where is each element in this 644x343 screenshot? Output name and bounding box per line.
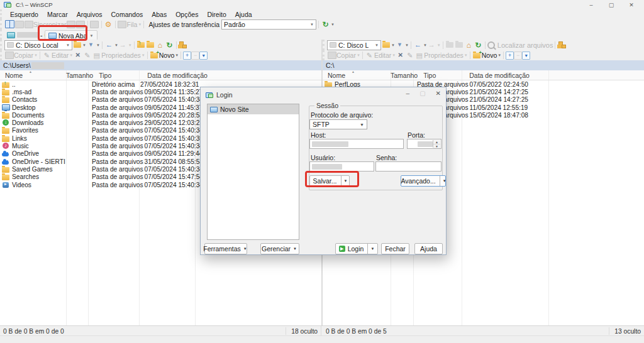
new-folder-icon[interactable] — [472, 51, 482, 60]
menu-abas[interactable]: Abas — [147, 11, 171, 18]
spin-up-icon[interactable]: ▲ — [433, 140, 440, 144]
menu-comandos[interactable]: Comandos — [106, 11, 147, 18]
site-list[interactable]: Novo Site — [207, 104, 299, 240]
chevron-down-icon: ▼ — [375, 43, 379, 47]
protocol-combo[interactable]: SFTP ▼ — [309, 119, 367, 129]
filter-icon[interactable]: ▼ — [395, 41, 404, 50]
minimize-icon[interactable]: – — [581, 0, 601, 9]
chevron-down-icon[interactable]: ▼ — [96, 43, 100, 47]
open-directory-icon[interactable] — [381, 41, 391, 50]
selection-filter-icon[interactable]: ▼ — [199, 52, 208, 60]
filter-icon[interactable]: ▼ — [86, 41, 96, 50]
left-drive-combo[interactable]: C: Disco Local ▼ — [4, 40, 72, 50]
file-icon — [2, 150, 10, 157]
chevron-down-icon[interactable]: ▼ — [341, 176, 350, 186]
menu-ajuda[interactable]: Ajuda — [231, 11, 257, 18]
host-input[interactable] — [309, 139, 404, 149]
refresh-icon[interactable]: ↻ — [165, 41, 174, 50]
chevron-down-icon[interactable]: ▼ — [175, 53, 179, 57]
help-label: Ajuda — [420, 245, 437, 253]
close-button[interactable]: Fechar — [381, 243, 409, 254]
chevron-down-icon[interactable]: ▼ — [367, 244, 377, 254]
close-icon[interactable]: ✕ — [621, 0, 641, 9]
column-header-tipo[interactable]: Tipo — [419, 72, 468, 79]
file-icon — [2, 104, 10, 111]
novo-button[interactable]: Novo — [482, 52, 497, 59]
session-tab-icon — [7, 32, 15, 38]
home-directory-icon[interactable]: ⌂ — [155, 41, 165, 50]
chevron-down-icon[interactable]: ▼ — [331, 23, 335, 26]
protocol-label: Protocolo de arquivo: — [311, 111, 373, 119]
chevron-down-icon[interactable]: ▼ — [440, 176, 449, 186]
delete-x-icon[interactable]: ✕ — [73, 51, 82, 60]
login-button[interactable]: ▶ Login ▼ — [335, 243, 378, 254]
column-header-data[interactable]: Data de modificação — [468, 72, 644, 79]
drive-icon — [330, 42, 336, 48]
spin-down-icon[interactable]: ▼ — [433, 144, 440, 148]
save-button[interactable]: Salvar... ▼ — [309, 175, 350, 187]
novo-button[interactable]: Novo — [159, 52, 175, 59]
preferences-gear-icon[interactable]: ⚙ — [104, 20, 113, 29]
dialog-close-icon[interactable]: ✕ — [436, 90, 441, 97]
manage-button[interactable]: Gerenciar ▼ — [260, 243, 299, 254]
menu-direito[interactable]: Direito — [203, 11, 230, 18]
menu-esquerdo[interactable]: Esquerdo — [6, 11, 43, 18]
delete-x-icon[interactable]: ✕ — [396, 51, 405, 60]
password-input[interactable] — [375, 161, 441, 172]
column-header-nome[interactable]: Nome — [0, 72, 66, 79]
transfer-settings-value: Padrão — [224, 21, 245, 28]
root-directory-icon[interactable] — [146, 41, 155, 50]
column-header-nome[interactable]: Nome — [323, 72, 391, 79]
right-path-bar[interactable]: C:\ — [323, 60, 644, 70]
file-date: 11/05/2024 12:55:19 — [469, 104, 644, 111]
left-path-bar[interactable]: C:\Users\ — [0, 60, 321, 70]
select-plus-icon[interactable]: + — [183, 52, 191, 60]
new-folder-icon[interactable] — [150, 51, 159, 60]
file-icon — [2, 166, 10, 173]
window-title: C:\ – WinSCP — [16, 1, 53, 8]
compare-icon — [14, 20, 24, 29]
chevron-down-icon[interactable]: ▼ — [497, 53, 501, 57]
download-icon — [76, 20, 86, 29]
file-icon — [2, 182, 10, 188]
transfer-settings-combo[interactable]: Padrão ▼ — [221, 19, 316, 30]
column-header-tipo[interactable]: Tipo — [95, 72, 146, 79]
menu-opcoes[interactable]: Opções — [171, 11, 203, 18]
back-icon[interactable]: ← — [104, 41, 114, 50]
winscp-app-icon — [4, 2, 11, 8]
file-date: 15/05/2024 18:47:08 — [469, 112, 644, 119]
file-name: .. — [12, 81, 16, 88]
menu-arquivos[interactable]: Arquivos — [72, 11, 107, 18]
file-type: Pasta de arquivos — [88, 150, 143, 157]
chevron-down-icon[interactable]: ▼ — [405, 43, 409, 47]
tree-view-icon[interactable] — [179, 41, 188, 50]
help-button[interactable]: Ajuda — [414, 243, 443, 254]
tree-view-icon[interactable] — [557, 41, 567, 50]
home-directory-icon[interactable]: ⌂ — [464, 41, 474, 50]
sort-ascending-icon: ▲ — [352, 70, 355, 74]
transfer-options-icon[interactable]: ↻ — [321, 20, 330, 29]
advanced-button[interactable]: Avançado... ▼ — [401, 175, 446, 187]
username-input[interactable] — [309, 161, 374, 172]
site-list-item-selected[interactable]: Novo Site — [208, 104, 299, 114]
selection-filter-icon[interactable]: ▼ — [522, 52, 530, 60]
column-header-data[interactable]: Data de modificação — [146, 72, 321, 79]
parent-directory-icon[interactable] — [136, 41, 146, 50]
column-header-tamanho[interactable]: Tamanho — [66, 72, 95, 79]
right-drive-combo[interactable]: C: Disco L ▼ — [327, 40, 381, 50]
open-directory-icon[interactable] — [72, 41, 82, 50]
refresh-icon[interactable]: ↻ — [474, 41, 483, 50]
maximize-icon[interactable]: ▢ — [601, 0, 621, 9]
dialog-minimize-icon[interactable]: – — [406, 90, 410, 97]
column-header-tamanho[interactable]: Tamanho — [391, 72, 419, 79]
tools-button[interactable]: Ferramentas ▼ — [204, 243, 247, 254]
port-input[interactable]: ▲▼ — [407, 139, 441, 149]
toggle-panels-icon[interactable] — [5, 20, 14, 29]
menu-marcar[interactable]: Marcar — [43, 11, 72, 18]
select-plus-icon[interactable]: + — [506, 52, 514, 60]
forward-icon: → — [427, 41, 436, 50]
right-path-text: C:\ — [326, 62, 334, 69]
chevron-down-icon: ▼ — [360, 122, 364, 127]
port-spinner[interactable]: ▲▼ — [433, 140, 440, 148]
back-icon[interactable]: ← — [413, 41, 423, 50]
